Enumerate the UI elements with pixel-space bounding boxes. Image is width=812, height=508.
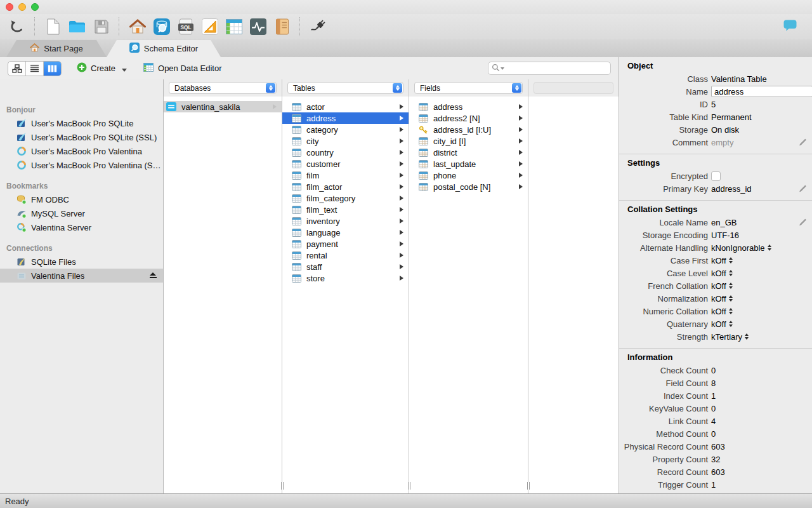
expand-arrow-icon[interactable]: [400, 264, 403, 269]
table-list-item[interactable]: address: [282, 112, 409, 124]
table-list-item[interactable]: film_actor: [282, 181, 409, 192]
field-list-item[interactable]: district: [409, 147, 528, 158]
expand-arrow-icon[interactable]: [400, 184, 403, 189]
feedback-bubble-icon[interactable]: [783, 20, 797, 34]
zoom-window-button[interactable]: [31, 3, 39, 11]
expand-arrow-icon[interactable]: [519, 161, 523, 166]
undo-icon[interactable]: [8, 17, 26, 36]
table-list-item[interactable]: country: [282, 147, 409, 158]
table-list-item[interactable]: actor: [282, 101, 409, 112]
table-list-item[interactable]: inventory: [282, 215, 409, 227]
field-list-item[interactable]: last_update: [409, 158, 528, 170]
column-resize-grip[interactable]: [279, 482, 285, 490]
table-list-item[interactable]: store: [282, 272, 409, 284]
dropdown-value[interactable]: kNonIgnorable: [711, 243, 771, 253]
search-field[interactable]: [488, 62, 611, 75]
chevron-down-icon[interactable]: [122, 69, 127, 72]
search-input[interactable]: [505, 63, 607, 74]
table-list-item[interactable]: city: [282, 135, 409, 147]
sidebar-item[interactable]: Valentina Files: [0, 269, 163, 283]
sidebar-item[interactable]: User's MacBook Pro Valentina (S…: [0, 158, 163, 172]
field-list-item[interactable]: postal_code [N]: [409, 181, 528, 192]
table-list-item[interactable]: rental: [282, 250, 409, 261]
search-options-caret-icon[interactable]: [501, 67, 504, 70]
column-resize-grip[interactable]: [525, 482, 531, 490]
expand-arrow-icon[interactable]: [400, 173, 403, 178]
encrypted-checkbox[interactable]: [711, 171, 721, 181]
create-button[interactable]: Create: [77, 62, 127, 74]
expand-arrow-icon[interactable]: [519, 116, 523, 121]
diagram-icon[interactable]: [200, 17, 219, 36]
database-list-item[interactable]: valentina_sakila: [164, 101, 282, 112]
expand-arrow-icon[interactable]: [400, 241, 403, 246]
dropdown-value[interactable]: kOff: [711, 319, 733, 329]
eject-icon[interactable]: [150, 272, 157, 279]
expand-arrow-icon[interactable]: [400, 276, 403, 281]
open-data-editor-button[interactable]: Open Data Editor: [143, 63, 221, 74]
sidebar-item[interactable]: FM ODBC: [0, 192, 163, 206]
expand-arrow-icon[interactable]: [400, 127, 403, 132]
start-page-icon[interactable]: [128, 17, 147, 36]
table-list-item[interactable]: customer: [282, 158, 409, 170]
edit-pencil-icon[interactable]: [799, 185, 807, 193]
expand-arrow-icon[interactable]: [400, 104, 403, 109]
field-list-item[interactable]: address_id [I:U]: [409, 124, 528, 135]
dropdown-value[interactable]: kOff: [711, 294, 733, 304]
save-icon[interactable]: [92, 17, 110, 36]
dropdown-value[interactable]: kOff: [711, 281, 733, 291]
close-window-button[interactable]: [6, 3, 13, 11]
table-list-item[interactable]: film_text: [282, 204, 409, 215]
sidebar-item[interactable]: User's MacBook Pro SQLite (SSL): [0, 130, 163, 144]
tree-view-button[interactable]: [8, 62, 26, 76]
databases-selector[interactable]: Databases: [169, 82, 277, 94]
sidebar-item[interactable]: User's MacBook Pro Valentina: [0, 144, 163, 158]
expand-arrow-icon[interactable]: [519, 104, 523, 109]
expand-arrow-icon[interactable]: [400, 230, 403, 235]
field-list-item[interactable]: address: [409, 101, 528, 112]
sidebar-item[interactable]: Valentina Server: [0, 220, 163, 234]
sql-editor-icon[interactable]: SQL: [176, 17, 195, 36]
expand-arrow-icon[interactable]: [400, 116, 403, 121]
edit-pencil-icon[interactable]: [799, 218, 807, 227]
expand-arrow-icon[interactable]: [519, 184, 523, 189]
expand-arrow-icon[interactable]: [519, 127, 523, 132]
minimize-window-button[interactable]: [18, 3, 26, 11]
list-view-button[interactable]: [26, 62, 44, 76]
tab-start-page[interactable]: Start Page: [6, 40, 107, 57]
report-icon[interactable]: [273, 17, 291, 36]
expand-arrow-icon[interactable]: [400, 138, 403, 144]
expand-arrow-icon[interactable]: [400, 218, 403, 224]
table-list-item[interactable]: language: [282, 227, 409, 238]
table-list-item[interactable]: staff: [282, 261, 409, 272]
table-list-item[interactable]: category: [282, 124, 409, 135]
table-list-item[interactable]: film_category: [282, 192, 409, 204]
expand-arrow-icon[interactable]: [400, 196, 403, 201]
tables-selector[interactable]: Tables: [287, 82, 403, 94]
expand-arrow-icon[interactable]: [400, 161, 403, 166]
dropdown-value[interactable]: kOff: [711, 269, 733, 278]
data-editor-icon[interactable]: [225, 17, 243, 36]
expand-arrow-icon[interactable]: [400, 150, 403, 155]
column-resize-grip[interactable]: [406, 482, 412, 490]
field-list-item[interactable]: address2 [N]: [409, 112, 528, 124]
name-input[interactable]: [711, 86, 812, 97]
new-database-icon[interactable]: [44, 17, 62, 36]
connect-icon[interactable]: [309, 17, 327, 36]
expand-arrow-icon[interactable]: [519, 138, 523, 144]
expand-arrow-icon[interactable]: [400, 207, 403, 212]
table-list-item[interactable]: payment: [282, 238, 409, 250]
expand-arrow-icon[interactable]: [273, 104, 277, 109]
expand-arrow-icon[interactable]: [519, 173, 523, 178]
tab-schema-editor[interactable]: Schema Editor: [107, 40, 221, 57]
expand-arrow-icon[interactable]: [519, 150, 523, 155]
column-view-button[interactable]: [44, 62, 61, 76]
sidebar-item[interactable]: MySQL Server: [0, 206, 163, 220]
dropdown-value[interactable]: kOff: [711, 256, 733, 265]
field-list-item[interactable]: city_id [I]: [409, 135, 528, 147]
field-list-item[interactable]: phone: [409, 170, 528, 181]
edit-pencil-icon[interactable]: [799, 138, 807, 147]
dropdown-value[interactable]: kTertiary: [711, 332, 749, 342]
sidebar-item[interactable]: User's MacBook Pro SQLite: [0, 116, 163, 130]
server-admin-icon[interactable]: [249, 17, 267, 36]
fields-selector[interactable]: Fields: [414, 82, 523, 94]
